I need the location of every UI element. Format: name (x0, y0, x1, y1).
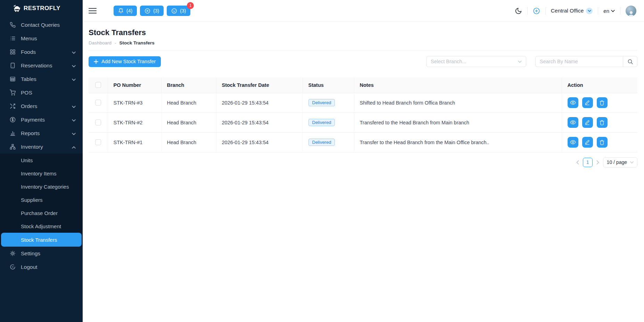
submenu-item-inventory-items[interactable]: Inventory Items (0, 167, 83, 180)
cell-notes: Shifted to Head Branch form Offica Branc… (354, 93, 562, 113)
page-head: Stock Transfers Dashboard - Stock Transf… (89, 22, 637, 50)
sidebar-item-contact-queries[interactable]: Contact Queries (0, 18, 83, 32)
page-size-select[interactable]: 10 / page (603, 157, 637, 167)
view-button[interactable] (568, 117, 578, 128)
sidebar-item-logout[interactable]: Logout (0, 260, 83, 274)
sidebar-item-foods[interactable]: Foods (0, 45, 83, 59)
cell-branch: Head Branch (161, 93, 216, 113)
breadcrumb: Dashboard - Stock Transfers (89, 40, 637, 46)
cell-notes: Transfered to the Head Branch from Main … (354, 113, 562, 132)
cart-icon (10, 90, 16, 96)
topbar-right: Central Office en (515, 6, 636, 16)
orders-counter-button[interactable]: (4) (114, 6, 137, 16)
bell-icon (118, 8, 124, 14)
delete-button[interactable] (597, 137, 608, 148)
page-title: Stock Transfers (89, 28, 637, 37)
breadcrumb-dashboard[interactable]: Dashboard (89, 40, 112, 46)
edit-button[interactable] (582, 117, 593, 128)
counter-label: (4) (126, 8, 132, 14)
view-button[interactable] (568, 137, 578, 148)
logout-icon (10, 264, 16, 270)
page-number-button[interactable]: 1 (583, 158, 593, 167)
circle-r-icon: R (145, 8, 150, 14)
search-input[interactable] (535, 56, 623, 67)
delete-button[interactable] (597, 97, 608, 108)
chevron-down-icon (611, 10, 615, 12)
view-button[interactable] (568, 97, 578, 108)
cell-po-number: STK-TRN-#3 (108, 93, 161, 113)
next-page-button[interactable] (596, 159, 600, 165)
sidebar-item-orders[interactable]: Orders (0, 99, 83, 113)
sidebar-item-reports[interactable]: Reports (0, 126, 83, 140)
submenu-item-inventory-categories[interactable]: Inventory Categories (0, 180, 83, 193)
edit-button[interactable] (582, 137, 593, 148)
table-row: STK-TRN-#1 Head Branch 2026-01-29 15:43:… (89, 132, 637, 152)
chevron-up-icon (72, 144, 76, 150)
inventory-submenu: Units Inventory Items Inventory Categori… (0, 154, 83, 247)
sidebar-item-label: Orders (21, 103, 37, 109)
sidebar: RESTROFLY Contact Queries Menus Foods Re… (0, 0, 83, 322)
chevron-down-icon (630, 161, 634, 164)
search-button[interactable] (623, 56, 637, 67)
list-icon (10, 35, 16, 41)
submenu-item-stock-transfers[interactable]: Stock Transfers (1, 233, 82, 247)
user-avatar[interactable] (626, 6, 636, 16)
shuffle-icon (10, 103, 16, 109)
submenu-item-stock-adjustment[interactable]: Stock Adjustment (0, 220, 83, 233)
select-all-checkbox[interactable] (95, 82, 101, 88)
row-checkbox[interactable] (95, 139, 101, 145)
plus-icon (94, 59, 98, 64)
add-stock-transfer-button[interactable]: Add New Stock Transfer (89, 56, 161, 67)
sidebar-item-payments[interactable]: Payments (0, 113, 83, 126)
chevron-down-icon (72, 103, 76, 109)
sidebar-item-settings[interactable]: Settings (0, 247, 83, 260)
hamburger-menu-icon[interactable] (89, 8, 97, 14)
toolbar: Add New Stock Transfer Select Branch... (89, 56, 637, 67)
divider (620, 7, 620, 15)
reservations-counter-button[interactable]: R (3) (140, 6, 164, 16)
language-selector[interactable]: en (603, 8, 615, 14)
breadcrumb-separator: - (115, 40, 116, 46)
chevron-down-icon (518, 60, 522, 63)
edit-button[interactable] (582, 97, 593, 108)
previous-page-button[interactable] (576, 159, 580, 165)
cell-po-number: STK-TRN-#1 (108, 132, 161, 152)
row-checkbox[interactable] (95, 100, 101, 106)
grid-icon (10, 49, 16, 55)
submenu-item-suppliers[interactable]: Suppliers (0, 193, 83, 206)
chevron-down-icon (72, 117, 76, 123)
sidebar-item-tables[interactable]: Tables (0, 72, 83, 86)
chevron-down-icon (72, 76, 76, 82)
dollar-circle-icon (10, 117, 16, 123)
branch-switcher[interactable]: Central Office (551, 8, 593, 14)
row-checkbox[interactable] (95, 119, 101, 125)
sidebar-item-label: Tables (21, 76, 36, 82)
sidebar-item-inventory[interactable]: Inventory (0, 140, 83, 154)
sidebar-item-menus[interactable]: Menus (0, 32, 83, 45)
submenu-item-units[interactable]: Units (0, 154, 83, 167)
column-header-po: PO Number (108, 77, 161, 93)
sidebar-item-label: Foods (21, 49, 36, 55)
sidebar-item-reservations[interactable]: Reservations (0, 59, 83, 72)
branch-filter-select[interactable]: Select Branch... (426, 56, 526, 67)
brand-logo: RESTROFLY (0, 0, 83, 17)
submenu-item-purchase-order[interactable]: Purchase Order (0, 206, 83, 220)
notification-badge: 1 (187, 2, 194, 9)
pagination: 1 10 / page (89, 157, 637, 167)
brand-name: RESTROFLY (24, 5, 60, 12)
feedback-counter-button[interactable]: (3) 1 (167, 6, 190, 16)
sidebar-item-label: Inventory (21, 144, 43, 150)
app-window: RESTROFLY Contact Queries Menus Foods Re… (0, 0, 644, 322)
delete-button[interactable] (597, 117, 608, 128)
column-header-notes: Notes (354, 77, 562, 93)
plus-circle-icon (533, 7, 540, 15)
sidebar-item-label: Contact Queries (21, 22, 60, 28)
sidebar-item-pos[interactable]: POS (0, 86, 83, 99)
dark-mode-toggle[interactable] (515, 7, 522, 15)
language-label: en (603, 8, 609, 14)
table-row: STK-TRN-#2 Head Branch 2026-01-29 15:43:… (89, 113, 637, 132)
sidebar-nav: Contact Queries Menus Foods Reservations… (0, 17, 83, 322)
main-area: (4) R (3) (3) 1 (83, 0, 644, 322)
quick-add-button[interactable] (533, 7, 540, 15)
status-badge: Delivered (308, 99, 335, 106)
